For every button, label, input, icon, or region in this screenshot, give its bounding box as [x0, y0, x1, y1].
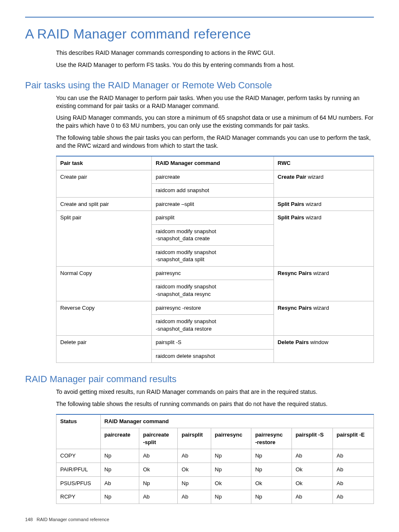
cell-val: Np — [100, 463, 139, 476]
cell-cmd: pairresync -restore — [152, 301, 274, 315]
cmd-line: raidcom modify snapshot — [156, 318, 216, 324]
table-row: Delete pair pairsplit -S Delete Pairs wi… — [56, 336, 374, 350]
rwc-bold: Resync Pairs — [278, 270, 312, 276]
cell-val: Ok — [292, 476, 332, 490]
rwc-bold: Split Pairs — [278, 201, 304, 207]
table-row: PSUS/PFUS Ab Np Np Ok Ok Ok Ab — [56, 476, 374, 490]
cmd-line: raidcom modify snapshot — [156, 228, 216, 234]
th-status: Status — [56, 414, 101, 449]
cell-val: Ab — [139, 449, 177, 463]
cell-rwc: Split Pairs wizard — [274, 197, 373, 211]
cell-cmd: pairsplit -S — [152, 336, 274, 350]
rwc-text: wizard — [312, 270, 329, 276]
hdr-line: -split — [143, 439, 156, 445]
th-group: RAID Manager command — [100, 414, 373, 428]
table-header-row: Pair task RAID Manager command RWC — [56, 156, 374, 170]
cell-val: Ab — [292, 449, 332, 463]
table-header-row: Status RAID Manager command — [56, 414, 374, 428]
cell-val: Np — [251, 463, 292, 476]
cell-cmd: paircreate — [152, 170, 274, 184]
cell-cmd: raidcom delete snapshot — [152, 349, 274, 363]
rwc-text: window — [309, 339, 328, 345]
section2-heading: RAID Manager pair command results — [25, 373, 374, 386]
cell-val: Np — [178, 476, 211, 490]
section1-heading: Pair tasks using the RAID Manager or Rem… — [25, 79, 374, 92]
cell-cmd: raidcom modify snapshot-snapshot_data re… — [152, 280, 274, 301]
intro-block: This describes RAID Manager commands cor… — [56, 49, 374, 69]
th-c2: paircreate-split — [139, 428, 177, 449]
cell-cmd: raidcom modify snapshot-snapshot_data sp… — [152, 245, 274, 266]
cell-cmd: raidcom modify snapshot-snapshot_data cr… — [152, 224, 274, 245]
cell-cmd: raidcom add snapshot — [152, 184, 274, 198]
th-c6: pairsplit -S — [292, 428, 332, 449]
th-raid-cmd: RAID Manager command — [152, 156, 274, 170]
cell-cmd: pairsplit — [152, 211, 274, 225]
cell-task: Reverse Copy — [56, 301, 152, 336]
cell-val: Ab — [332, 449, 373, 463]
s1-p3: The following table shows the pair tasks… — [56, 134, 374, 150]
cell-rwc: Split Pairs wizard — [274, 211, 373, 267]
cell-val: Np — [139, 476, 177, 490]
th-c1: paircreate — [100, 428, 139, 449]
cell-cmd: paircreate –split — [152, 197, 274, 211]
cell-val: Np — [251, 490, 292, 504]
th-c3: pairsplit — [178, 428, 211, 449]
cmd-line: -snapshot_data create — [156, 235, 210, 242]
hdr-line: paircreate — [143, 432, 169, 438]
cell-val: Ab — [178, 449, 211, 463]
cmd-line: -snapshot_data resync — [156, 291, 211, 297]
cell-val: Ab — [332, 463, 373, 476]
cell-status: PAIR/PFUL — [56, 463, 101, 476]
cell-val: Ok — [211, 476, 251, 490]
cell-val: Ab — [292, 490, 332, 504]
table-row: Normal Copy pairresync Resync Pairs wiza… — [56, 266, 374, 280]
rwc-text: wizard — [312, 305, 329, 311]
cmd-line: raidcom modify snapshot — [156, 249, 216, 255]
intro-p1: This describes RAID Manager commands cor… — [56, 49, 374, 57]
footer-label: RAID Manager command reference — [37, 517, 110, 522]
th-rwc: RWC — [274, 156, 373, 170]
th-pair-task: Pair task — [56, 156, 152, 170]
cell-val: Ok — [139, 463, 177, 476]
s1-p2: Using RAID Manager commands, you can sto… — [56, 114, 374, 130]
cell-task: Create and split pair — [56, 197, 152, 211]
th-c4: pairresync — [211, 428, 251, 449]
cmd-line: -snapshot_data restore — [156, 326, 212, 332]
rwc-text: wizard — [304, 201, 321, 207]
cell-val: Ab — [332, 490, 373, 504]
rwc-bold: Resync Pairs — [278, 305, 312, 311]
cell-status: PSUS/PFUS — [56, 476, 101, 490]
cell-val: Np — [211, 490, 251, 504]
page-footer: 148 RAID Manager command reference — [25, 517, 374, 523]
table-row: Reverse Copy pairresync -restore Resync … — [56, 301, 374, 315]
th-c5: pairresync-restore — [251, 428, 292, 449]
cell-status: COPY — [56, 449, 101, 463]
table-row: Create pair paircreate Create Pair wizar… — [56, 170, 374, 184]
cell-val: Ok — [251, 476, 292, 490]
cell-val: Np — [100, 490, 139, 504]
cell-status: RCPY — [56, 490, 101, 504]
cell-val: Ok — [292, 463, 332, 476]
top-rule — [25, 17, 374, 18]
table-row: Create and split pair paircreate –split … — [56, 197, 374, 211]
rwc-bold: Delete Pairs — [278, 339, 309, 345]
results-table: Status RAID Manager command paircreate p… — [56, 414, 374, 504]
s2-p2: The following table shows the results of… — [56, 400, 374, 408]
hdr-line: -restore — [255, 439, 275, 445]
cell-rwc: Delete Pairs window — [274, 336, 373, 363]
rwc-text: wizard — [304, 214, 321, 221]
cell-task: Split pair — [56, 211, 152, 267]
s1-p1: You can use the RAID Manager to perform … — [56, 94, 374, 110]
table-row: PAIR/PFUL Np Ok Ok Np Np Ok Ab — [56, 463, 374, 476]
cmd-line: raidcom modify snapshot — [156, 283, 216, 290]
cell-cmd: pairresync — [152, 266, 274, 280]
cell-val: Np — [211, 449, 251, 463]
s2-p1: To avoid getting mixed results, run RAID… — [56, 388, 374, 396]
cell-val: Ab — [100, 476, 139, 490]
section2-body: To avoid getting mixed results, run RAID… — [56, 388, 374, 504]
cell-rwc: Resync Pairs wizard — [274, 301, 373, 336]
cell-rwc: Create Pair wizard — [274, 170, 373, 197]
hdr-line: pairresync — [255, 432, 283, 438]
cmd-line: -snapshot_data split — [156, 256, 204, 262]
table-row: Split pair pairsplit Split Pairs wizard — [56, 211, 374, 225]
